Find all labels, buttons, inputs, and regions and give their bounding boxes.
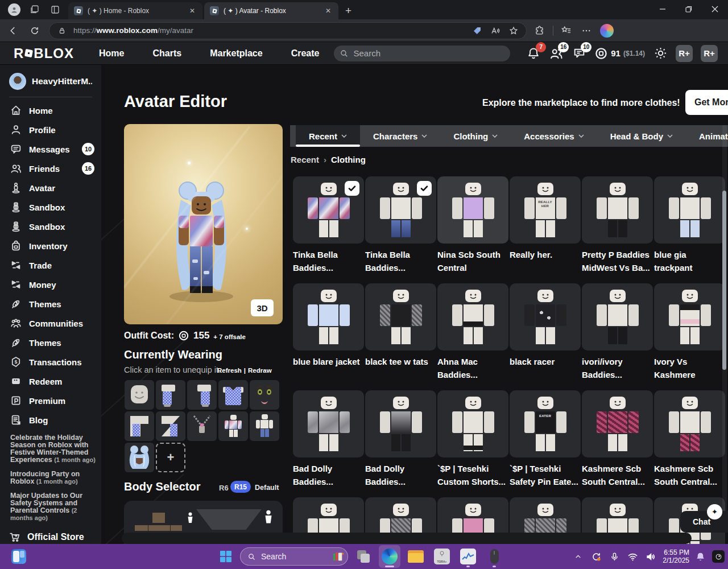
blog-post-link[interactable]: Celebrate the Holiday Season on Roblox w… [10,434,96,464]
friends-header-icon[interactable]: 16 [549,46,564,61]
tab-characters[interactable]: Characters [360,125,440,147]
minimize-button[interactable] [650,0,676,18]
get-more-button[interactable]: Get More [685,90,728,115]
catalog-item-thumbnail[interactable] [293,176,364,244]
wearing-right-arm[interactable] [187,380,217,410]
catalog-item-thumbnail[interactable] [654,390,725,457]
catalog-item[interactable]: Bad Dolly Baddies... [365,390,436,497]
tab-head-body[interactable]: Head & Body [597,125,686,147]
body-type-default[interactable]: Default [255,484,279,492]
tora-app-icon[interactable]: TORA+ [431,545,453,568]
add-item-button[interactable]: + [156,443,185,472]
body-scale-slider[interactable] [196,509,262,530]
more-options-icon[interactable] [578,23,594,39]
catalog-item[interactable]: Kashmere Scb South Central... [582,390,653,497]
sidebar-item-profile[interactable]: Profile [0,120,101,139]
chat-sparkle-icon[interactable]: ✦ [707,504,722,519]
catalog-item-thumbnail[interactable] [293,283,364,351]
catalog-item-thumbnail[interactable]: EATER [510,390,581,457]
tab-close-icon[interactable]: ✕ [324,7,333,15]
mouse-app-icon[interactable] [483,545,505,568]
taskbar-clock[interactable]: 6:55 PM 2/1/2025 [663,549,689,564]
catalog-item[interactable]: ivori/ivory Baddies... [582,283,653,390]
sidebar-item-communities[interactable]: Communities [0,314,101,333]
catalog-item-thumbnail[interactable] [293,390,364,457]
sidebar-item-transactions[interactable]: $Transactions [0,352,101,372]
header-search-input[interactable]: Search [334,46,510,61]
sidebar-item-themes[interactable]: Themes [0,294,101,314]
catalog-item-thumbnail[interactable] [582,283,653,351]
catalog-item-thumbnail[interactable] [437,283,508,351]
catalog-item-thumbnail[interactable] [582,176,653,244]
redraw-link[interactable]: Redraw [248,367,272,374]
monitor-app-icon[interactable] [457,545,479,568]
lock-icon[interactable] [55,24,69,38]
wearing-shirt[interactable] [218,411,248,441]
sidebar-item-home[interactable]: Home [0,101,101,120]
sidebar-item-money[interactable]: Money [0,275,101,294]
catalog-item[interactable]: Tinka Bella Baddies... [365,176,436,283]
copilot-icon[interactable] [600,24,614,38]
microphone-icon[interactable] [608,550,621,563]
catalog-item-thumbnail[interactable] [582,390,653,457]
obs-tray-icon[interactable] [712,550,725,563]
edge-icon[interactable] [379,545,400,568]
sidebar-item-inventory[interactable]: Inventory [0,236,101,255]
sidebar-item-trade[interactable]: Trade [0,255,101,275]
browser-tab-home[interactable]: ( ✦ ) Home - Roblox ✕ [68,2,202,19]
refresh-icon[interactable] [26,22,43,39]
tab-actions-icon[interactable] [49,3,61,16]
tab-clothing[interactable]: Clothing [440,125,511,147]
catalog-item[interactable]: Tinka Bella Baddies... [293,176,364,283]
catalog-item-thumbnail[interactable]: REALLY HER [510,176,581,244]
tab-accessories[interactable]: Accessories [511,125,597,147]
back-icon[interactable] [5,22,22,39]
restore-button[interactable] [676,0,702,18]
notifications-bell-icon[interactable]: 7 [526,46,541,61]
wearing-right-leg[interactable] [156,411,185,441]
sidebar-item-premium[interactable]: Premium [0,391,101,410]
robux-balance[interactable]: 91 ($1.14) [594,47,645,60]
catalog-item-thumbnail[interactable] [437,176,508,244]
wifi-icon[interactable] [626,550,639,563]
sidebar-item-blog[interactable]: Blog [0,410,101,430]
taskbar-search-input[interactable]: Search [240,547,348,566]
nav-charts[interactable]: Charts [152,48,181,59]
wearing-necklace[interactable] [187,411,217,441]
extensions-icon[interactable] [531,23,547,39]
breadcrumb-parent[interactable]: Recent [291,155,319,164]
favorites-bar-icon[interactable] [558,23,574,39]
tab-recent[interactable]: Recent [296,125,360,147]
wearing-left-arm[interactable] [156,380,185,410]
catalog-item[interactable]: Kashmere Scb South Central... [654,390,725,497]
nav-home[interactable]: Home [99,48,124,59]
workspaces-icon[interactable] [28,3,41,16]
tray-chevron-icon[interactable] [572,550,584,563]
body-type-r15-selected[interactable]: R15 [230,481,251,493]
wearing-face[interactable] [250,380,279,410]
wearing-pants[interactable] [250,411,279,441]
view-3d-button[interactable]: 3D [251,299,274,316]
taskbar-app-icon[interactable] [353,545,374,568]
catalog-item-thumbnail[interactable] [365,176,436,244]
notification-bell-icon[interactable] [694,550,706,563]
sidebar-item-themes[interactable]: Themes [0,333,101,352]
extension-button-ropro-2[interactable]: R+ [701,45,718,62]
wearing-left-leg[interactable] [125,411,154,441]
body-type-r6[interactable]: R6 [219,484,229,492]
sidebar-item-friends[interactable]: Friends16 [0,159,101,178]
sidebar-user[interactable]: HeavyHitterM... [0,65,101,96]
catalog-item[interactable]: Nina Scb South Central Baddies... [437,176,508,283]
catalog-item[interactable]: REALLY HERReally her. [510,176,581,283]
volume-icon[interactable] [644,550,657,563]
wearing-hair[interactable] [125,443,154,472]
roblox-logo[interactable]: RBLOX [14,46,74,61]
catalog-item[interactable]: blue blare jacket [293,283,364,390]
widgets-icon[interactable] [11,549,26,564]
url-bar[interactable]: https://www.roblox.com/my/avatar [49,22,527,39]
avatar-preview[interactable]: 3D [124,124,283,324]
sidebar-item-official-store[interactable]: Official Store [0,529,101,543]
extension-button-ropro-1[interactable]: R+ [676,45,693,62]
catalog-item[interactable]: black tee w tats [365,283,436,390]
sidebar-item-redeem[interactable]: Redeem [0,372,101,391]
